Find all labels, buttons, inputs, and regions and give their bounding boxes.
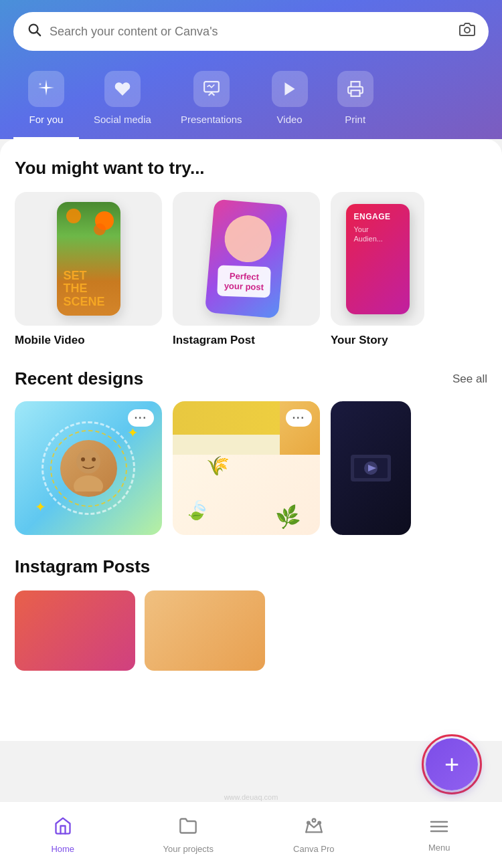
recent-card-1-menu[interactable]: ··· [128, 409, 154, 427]
fab-container: + [422, 734, 482, 794]
try-cards-row: SETTHESCENE Mobile Video [15, 192, 487, 347]
recent-section-header: Recent designs See all [15, 368, 487, 389]
search-input[interactable] [50, 25, 451, 39]
try-card-instagram-post-label: Instagram Post [173, 334, 320, 347]
recent-card-1[interactable]: ··· ✦ ✦ [15, 401, 162, 535]
svg-point-9 [92, 457, 96, 461]
nav-item-canva-pro[interactable]: Canva Pro [251, 802, 377, 868]
watermark: www.deuaq.com [224, 793, 278, 801]
tab-social-media-label: Social media [94, 114, 151, 125]
try-card-instagram-post-image: Perfect your post [173, 192, 320, 326]
instagram-thumb-2[interactable] [145, 590, 265, 671]
try-card-your-story-label: Your Story [331, 334, 424, 347]
recent-card-2[interactable]: ··· 🍃 🌿 🌾 [173, 401, 320, 535]
instagram-thumbs-row [15, 590, 487, 671]
try-card-your-story-image: ENGAGE YourAudien... [331, 192, 424, 326]
try-card-mobile-video-label: Mobile Video [15, 334, 162, 347]
tab-presentations-label: Presentations [181, 114, 242, 125]
try-section-title: You might want to try... [15, 158, 487, 179]
instagram-posts-title: Instagram Posts [15, 556, 487, 577]
fab-ring: + [422, 734, 482, 794]
tab-social-media[interactable]: Social media [79, 71, 166, 139]
svg-line-1 [37, 32, 40, 35]
try-card-mobile-video-image: SETTHESCENE [15, 192, 162, 326]
sparkle-icon [28, 71, 64, 107]
nav-item-projects[interactable]: Your projects [126, 802, 252, 868]
recent-section-title: Recent designs [15, 368, 143, 389]
category-tabs: For you Social media Presentations [13, 71, 489, 139]
heart-icon [104, 71, 141, 107]
tab-video[interactable]: Video [257, 71, 323, 139]
crown-icon [305, 817, 323, 840]
instagram-posts-section: Instagram Posts [15, 556, 487, 671]
svg-point-8 [81, 457, 85, 461]
header: For you Social media Presentations [0, 0, 502, 139]
svg-point-2 [465, 27, 470, 33]
svg-point-7 [74, 475, 103, 492]
search-icon [27, 22, 41, 41]
person-avatar [60, 440, 117, 497]
video-icon [272, 71, 308, 107]
folder-icon [179, 817, 197, 840]
main-content: You might want to try... SETTHESCE [0, 139, 502, 741]
nav-item-menu[interactable]: Menu [377, 802, 503, 868]
recent-section: Recent designs See all ··· [15, 368, 487, 535]
try-card-mobile-video[interactable]: SETTHESCENE Mobile Video [15, 192, 162, 347]
tab-print[interactable]: Print [323, 71, 388, 139]
sparkle-icon-1: ✦ [127, 425, 139, 441]
bottom-nav: Home Your projects Canva Pro [0, 801, 502, 868]
nav-projects-label: Your projects [163, 844, 214, 854]
recent-card-3-visual [331, 401, 411, 535]
recent-card-2-menu[interactable]: ··· [286, 409, 312, 427]
try-section: You might want to try... SETTHESCE [15, 158, 487, 347]
menu-icon [430, 818, 448, 839]
sparkle-icon-2: ✦ [35, 499, 46, 515]
tab-presentations[interactable]: Presentations [166, 71, 257, 139]
tab-print-label: Print [345, 114, 365, 125]
search-bar[interactable] [13, 12, 489, 51]
home-icon [54, 817, 72, 840]
nav-menu-label: Menu [428, 843, 450, 853]
recent-cards-row: ··· ✦ ✦ [15, 401, 487, 535]
try-card-instagram-post[interactable]: Perfect your post Instagram Post [173, 192, 320, 347]
svg-marker-4 [284, 82, 295, 96]
tab-for-you[interactable]: For you [13, 71, 79, 139]
print-icon [337, 71, 373, 107]
tab-for-you-label: For you [29, 114, 64, 125]
chart-icon [193, 71, 230, 107]
tab-video-label: Video [277, 114, 303, 125]
nav-canva-pro-label: Canva Pro [293, 844, 334, 854]
fab-button[interactable]: + [426, 738, 478, 790]
try-card-your-story[interactable]: ENGAGE YourAudien... Your Story [331, 192, 424, 347]
recent-card-3[interactable] [331, 401, 411, 535]
nav-home-label: Home [51, 844, 74, 854]
svg-rect-5 [351, 90, 359, 96]
camera-icon[interactable] [459, 21, 475, 41]
instagram-thumb-1[interactable] [15, 590, 135, 671]
see-all-button[interactable]: See all [452, 372, 487, 386]
svg-point-14 [312, 819, 315, 822]
nav-item-home[interactable]: Home [0, 802, 126, 868]
svg-point-6 [76, 449, 100, 473]
